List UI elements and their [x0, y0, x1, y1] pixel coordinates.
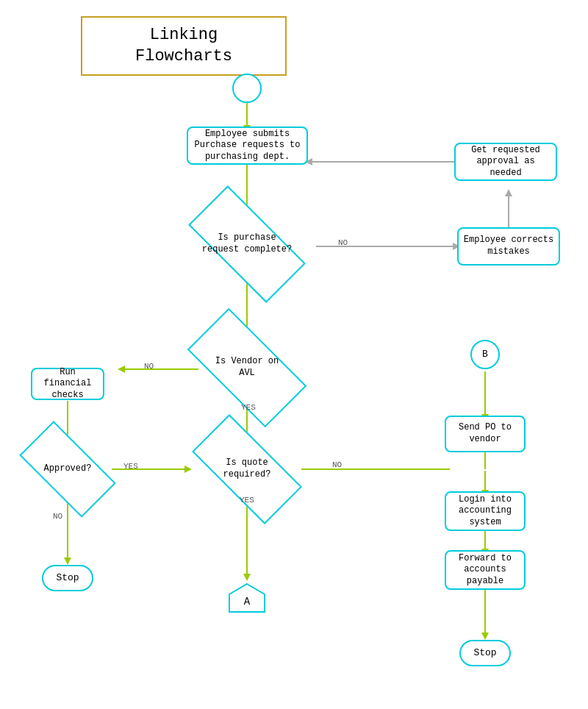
no-label-vendor: NO: [144, 362, 154, 371]
stop-right-label: Stop: [473, 647, 496, 660]
forward-accounts-label: Forward to accounts payable: [459, 553, 512, 588]
stop-left-box: Stop: [42, 565, 93, 591]
run-financial-label: Run financial checks: [37, 367, 98, 402]
connector-b-label: B: [482, 349, 488, 361]
is-purchase-complete-label: Is purchase request complete?: [202, 232, 292, 255]
no-label-approved: NO: [53, 512, 62, 521]
svg-marker-17: [184, 466, 192, 473]
svg-marker-13: [118, 366, 125, 373]
forward-accounts-box: Forward to accounts payable: [445, 550, 526, 590]
employee-submits-box: Employee submits Purchase requests to pu…: [187, 127, 308, 165]
is-vendor-avl-diamond: Is Vendor on AVL: [192, 338, 302, 397]
svg-marker-34: [64, 557, 71, 565]
yes-label-quote: YES: [240, 496, 254, 505]
is-quote-required-label: Is quote required?: [223, 457, 271, 480]
start-circle: [232, 74, 262, 103]
connector-a: A: [228, 582, 266, 621]
title-box: Linking Flowcharts: [81, 16, 287, 76]
connector-b: B: [470, 340, 500, 369]
employee-corrects-box: Employee corrects mistakes: [457, 227, 560, 266]
stop-left-label: Stop: [56, 572, 79, 585]
svg-marker-32: [481, 633, 489, 640]
approved-diamond: Approved?: [24, 445, 112, 494]
stop-right-box: Stop: [459, 640, 511, 666]
login-accounting-label: Login into accounting system: [459, 494, 512, 529]
svg-marker-21: [243, 574, 251, 581]
approved-label: Approved?: [44, 463, 92, 475]
is-vendor-avl-label: Is Vendor on AVL: [215, 356, 279, 379]
send-po-label: Send PO to vendor: [459, 422, 512, 445]
yes-label-approved: YES: [123, 462, 138, 471]
svg-text:A: A: [244, 596, 251, 608]
is-purchase-complete-diamond: Is purchase request complete?: [192, 216, 302, 272]
no-label-quote: NO: [332, 460, 342, 469]
employee-submits-label: Employee submits Purchase requests to pu…: [194, 129, 300, 163]
flowchart-canvas: Linking Flowcharts: [0, 0, 588, 709]
is-quote-required-diamond: Is quote required?: [196, 443, 298, 496]
yes-label-vendor: YES: [241, 403, 256, 412]
login-accounting-box: Login into accounting system: [445, 491, 526, 531]
title-text: Linking Flowcharts: [97, 25, 270, 67]
no-label-purchase: NO: [338, 238, 348, 247]
get-approval-label: Get requested approval as needed: [460, 145, 551, 179]
get-approval-box: Get requested approval as needed: [454, 143, 557, 181]
send-po-box: Send PO to vendor: [445, 416, 526, 452]
svg-marker-7: [505, 189, 512, 196]
run-financial-box: Run financial checks: [31, 368, 104, 400]
employee-corrects-label: Employee corrects mistakes: [463, 235, 554, 257]
